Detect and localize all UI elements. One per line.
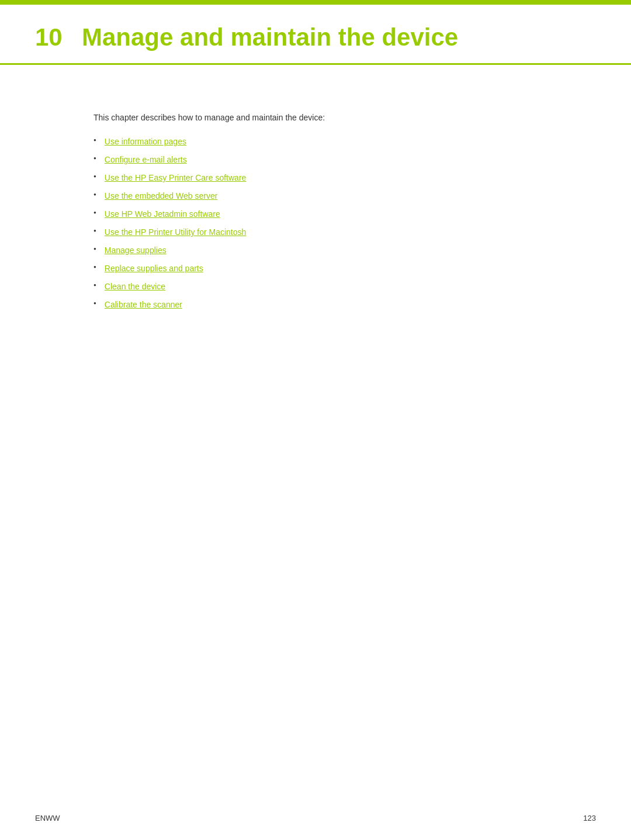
footer-right: 123: [583, 814, 596, 822]
list-item: ●Clean the device: [93, 281, 538, 293]
bullet-link-8[interactable]: Replace supplies and parts: [105, 262, 203, 275]
bullet-dot-icon: ●: [93, 209, 96, 216]
footer-left: ENWW: [35, 814, 60, 822]
bullet-dot-icon: ●: [93, 282, 96, 289]
content-section: This chapter describes how to manage and…: [0, 65, 631, 352]
bullet-link-7[interactable]: Manage supplies: [105, 244, 167, 257]
chapter-number: 10: [35, 23, 70, 51]
bullet-link-3[interactable]: Use the HP Easy Printer Care software: [105, 172, 247, 184]
bullet-dot-icon: ●: [93, 191, 96, 198]
list-item: ●Calibrate the scanner: [93, 299, 538, 311]
bullet-link-5[interactable]: Use HP Web Jetadmin software: [105, 208, 220, 220]
list-item: ●Use HP Web Jetadmin software: [93, 208, 538, 220]
page-container: 10 Manage and maintain the device This c…: [0, 0, 631, 840]
list-item: ●Use the HP Easy Printer Care software: [93, 172, 538, 184]
bullet-link-4[interactable]: Use the embedded Web server: [105, 190, 218, 202]
top-accent-bar: [0, 0, 631, 5]
chapter-title: Manage and maintain the device: [82, 23, 458, 51]
bullet-link-1[interactable]: Use information pages: [105, 136, 186, 148]
header-section: 10 Manage and maintain the device: [0, 0, 631, 65]
list-item: ●Use information pages: [93, 136, 538, 148]
bullet-list: ●Use information pages●Configure e-mail …: [93, 136, 538, 311]
bullet-link-10[interactable]: Calibrate the scanner: [105, 299, 182, 311]
list-item: ●Use the embedded Web server: [93, 190, 538, 202]
bullet-dot-icon: ●: [93, 155, 96, 162]
bullet-dot-icon: ●: [93, 227, 96, 234]
intro-text: This chapter describes how to manage and…: [93, 112, 538, 124]
bullet-dot-icon: ●: [93, 300, 96, 307]
bullet-link-6[interactable]: Use the HP Printer Utility for Macintosh: [105, 226, 247, 238]
bullet-link-2[interactable]: Configure e-mail alerts: [105, 154, 187, 166]
bullet-link-9[interactable]: Clean the device: [105, 281, 165, 293]
list-item: ●Manage supplies: [93, 244, 538, 257]
footer-section: ENWW 123: [35, 814, 596, 822]
chapter-header: 10 Manage and maintain the device: [35, 23, 596, 51]
bullet-dot-icon: ●: [93, 137, 96, 144]
list-item: ●Use the HP Printer Utility for Macintos…: [93, 226, 538, 238]
list-item: ●Replace supplies and parts: [93, 262, 538, 275]
bullet-dot-icon: ●: [93, 264, 96, 271]
bullet-dot-icon: ●: [93, 173, 96, 180]
bullet-dot-icon: ●: [93, 246, 96, 253]
list-item: ●Configure e-mail alerts: [93, 154, 538, 166]
